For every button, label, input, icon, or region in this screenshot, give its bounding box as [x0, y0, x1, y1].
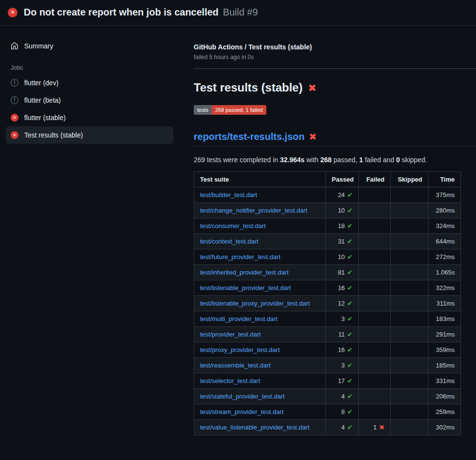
skipped-cell [391, 280, 429, 296]
passed-count: 4 [341, 393, 345, 400]
passed-count: 18 [338, 222, 345, 230]
table-row: test/selector_test.dart17✔331ms [194, 373, 461, 389]
failed-cell [359, 187, 391, 203]
home-icon [11, 42, 18, 50]
test-suite-link[interactable]: test/selector_test.dart [200, 377, 260, 384]
x-circle-icon: ✕ [11, 114, 18, 122]
test-suite-link[interactable]: test/reassemble_test.dart [200, 362, 271, 369]
time-cell: 206ms [429, 389, 461, 404]
check-icon: ✔ [347, 238, 353, 245]
test-suite-link[interactable]: test/future_provider_test.dart [200, 253, 280, 261]
summary-stat: 268 [321, 156, 332, 164]
sidebar-item-summary[interactable]: Summary [6, 37, 173, 55]
table-row: test/builder_test.dart24✔375ms [194, 187, 461, 203]
table-row: test/provider_test.dart11✔291ms [194, 327, 461, 342]
check-icon: ✔ [347, 207, 353, 214]
time-cell: 302ms [429, 420, 461, 435]
failed-cell [359, 358, 391, 373]
test-suite-link[interactable]: test/consumer_test.dart [200, 222, 266, 230]
sidebar-item-label: flutter (dev) [24, 79, 59, 87]
test-suite-link[interactable]: test/listenable_proxy_provider_test.dart [200, 300, 310, 307]
summary-text: passed, [332, 156, 359, 164]
test-suite-cell: test/builder_test.dart [194, 187, 326, 203]
passed-count: 81 [338, 269, 345, 276]
passed-cell: 4✔ [326, 389, 359, 404]
passed-count: 8 [341, 408, 345, 415]
time-cell: 259ms [429, 404, 461, 420]
passed-count: 11 [338, 331, 345, 338]
time-cell: 324ms [429, 218, 461, 234]
failed-cell [359, 327, 391, 342]
passed-cell: 81✔ [326, 265, 359, 280]
skipped-cell [391, 187, 429, 203]
check-icon: ✔ [347, 269, 353, 276]
test-suite-link[interactable]: test/inherited_provider_test.dart [200, 269, 289, 276]
test-suite-cell: test/future_provider_test.dart [194, 249, 326, 265]
column-header-passed: Passed [326, 172, 359, 187]
passed-count: 10 [338, 207, 345, 214]
test-suite-link[interactable]: test/provider_test.dart [200, 331, 261, 338]
check-icon: ✔ [347, 331, 353, 338]
time-cell: 185ms [429, 358, 461, 373]
failed-cell [359, 203, 391, 218]
passed-count: 10 [338, 253, 345, 261]
time-cell: 272ms [429, 249, 461, 265]
check-icon: ✔ [347, 393, 353, 400]
skipped-cell [391, 311, 429, 327]
check-icon: ✔ [347, 222, 353, 230]
summary-text: skipped. [400, 156, 427, 164]
report-file-link[interactable]: reports/test-results.json [194, 131, 305, 142]
passed-cell: 3✔ [326, 358, 359, 373]
test-suite-link[interactable]: test/context_test.dart [200, 238, 259, 245]
sidebar-item-label: flutter (beta) [24, 96, 61, 104]
test-suite-link[interactable]: test/value_listenable_provider_test.dart [200, 424, 309, 431]
time-cell: 291ms [429, 327, 461, 342]
passed-cell: 10✔ [326, 249, 359, 265]
test-suite-cell: test/consumer_test.dart [194, 218, 326, 234]
test-suite-link[interactable]: test/stream_provider_test.dart [200, 408, 284, 415]
passed-cell: 16✔ [326, 280, 359, 296]
failed-count: 1 [373, 424, 377, 431]
sidebar-item-flutter-dev[interactable]: !flutter (dev) [6, 74, 173, 92]
check-icon: ✔ [347, 191, 353, 199]
test-suite-cell: test/listenable_provider_test.dart [194, 280, 326, 296]
test-suite-cell: test/multi_provider_test.dart [194, 311, 326, 327]
test-suite-link[interactable]: test/builder_test.dart [200, 191, 257, 199]
failed-cell [359, 234, 391, 249]
sidebar-item-flutter-stable[interactable]: ✕flutter (stable) [6, 109, 173, 126]
check-icon: ✔ [347, 408, 353, 415]
passed-count: 17 [338, 377, 345, 384]
time-cell: 1.065s [429, 265, 461, 280]
test-suite-link[interactable]: test/stateful_provider_test.dart [200, 393, 285, 400]
time-cell: 280ms [429, 203, 461, 218]
check-icon: ✔ [347, 377, 353, 384]
passed-cell: 18✔ [326, 218, 359, 234]
column-header-failed: Failed [359, 172, 391, 187]
time-cell: 331ms [429, 373, 461, 389]
summary-text: with [305, 156, 321, 164]
test-suite-link[interactable]: test/change_notifier_provider_test.dart [200, 207, 307, 214]
test-suite-link[interactable]: test/proxy_provider_test.dart [200, 346, 280, 353]
passed-cell: 17✔ [326, 373, 359, 389]
table-row: test/reassemble_test.dart3✔185ms [194, 358, 461, 373]
jobs-list: !flutter (dev)!flutter (beta)✕flutter (s… [6, 74, 173, 144]
summary-text: failed and [363, 156, 397, 164]
time-cell: 644ms [429, 234, 461, 249]
report-heading: reports/test-results.json ✖ [194, 131, 476, 146]
test-suite-link[interactable]: test/multi_provider_test.dart [200, 315, 277, 322]
table-row: test/listenable_provider_test.dart16✔322… [194, 280, 461, 296]
time-cell: 359ms [429, 342, 461, 358]
skipped-cell [391, 234, 429, 249]
test-suite-link[interactable]: test/listenable_provider_test.dart [200, 284, 291, 291]
passed-cell: 16✔ [326, 342, 359, 358]
passed-count: 24 [338, 191, 345, 199]
failed-cell: 1✖ [359, 420, 391, 435]
check-icon: ✔ [347, 300, 353, 307]
table-row: test/consumer_test.dart18✔324ms [194, 218, 461, 234]
passed-count: 4 [341, 424, 345, 431]
passed-cell: 8✔ [326, 404, 359, 420]
sidebar-item-flutter-beta[interactable]: !flutter (beta) [6, 92, 173, 109]
check-icon: ✔ [347, 362, 353, 369]
passed-cell: 10✔ [326, 203, 359, 218]
sidebar-item-test-results-stable[interactable]: ✕Test results (stable) [6, 126, 173, 144]
